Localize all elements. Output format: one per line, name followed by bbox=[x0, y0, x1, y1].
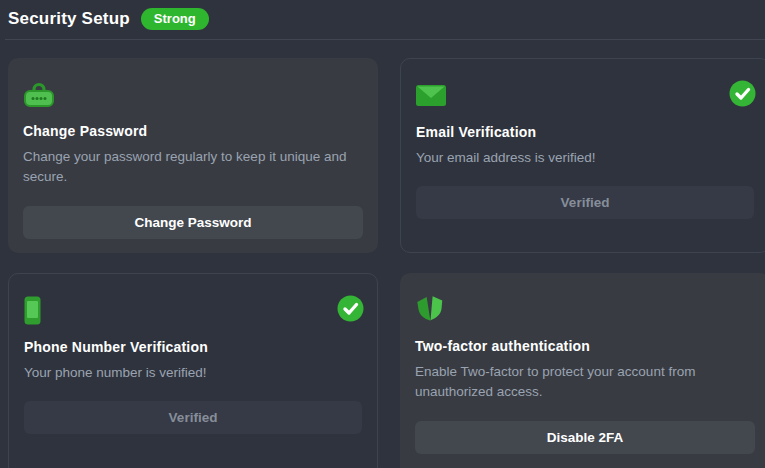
card-title: Two-factor authentication bbox=[415, 338, 755, 354]
two-factor-card: Two-factor authentication Enable Two-fac… bbox=[400, 273, 765, 468]
card-title: Change Password bbox=[23, 123, 363, 139]
phone-icon bbox=[24, 296, 362, 324]
email-verified-button[interactable]: Verified bbox=[416, 186, 754, 219]
change-password-card: Change Password Change your password reg… bbox=[8, 58, 378, 253]
verified-check-icon bbox=[337, 295, 364, 322]
email-verification-card: Email Verification Your email address is… bbox=[400, 58, 765, 253]
phone-verified-button[interactable]: Verified bbox=[24, 401, 362, 434]
card-title: Phone Number Verification bbox=[24, 339, 362, 355]
disable-2fa-button[interactable]: Disable 2FA bbox=[415, 421, 755, 454]
card-description: Your phone number is verified! bbox=[24, 363, 362, 383]
change-password-button[interactable]: Change Password bbox=[23, 206, 363, 239]
header-divider bbox=[5, 39, 765, 40]
page-title: Security Setup bbox=[8, 9, 130, 29]
card-description: Enable Two-factor to protect your accoun… bbox=[415, 362, 755, 403]
card-description: Your email address is verified! bbox=[416, 148, 754, 168]
envelope-icon bbox=[416, 81, 754, 109]
card-description: Change your password regularly to keep i… bbox=[23, 147, 363, 188]
security-setup-header: Security Setup Strong bbox=[0, 0, 765, 32]
security-cards-grid: Change Password Change your password reg… bbox=[8, 58, 765, 468]
phone-verification-card: Phone Number Verification Your phone num… bbox=[8, 273, 378, 468]
card-title: Email Verification bbox=[416, 124, 754, 140]
lock-icon bbox=[23, 80, 363, 108]
verified-check-icon bbox=[729, 80, 756, 107]
security-strength-badge: Strong bbox=[141, 8, 209, 31]
shield-icon bbox=[415, 295, 755, 323]
